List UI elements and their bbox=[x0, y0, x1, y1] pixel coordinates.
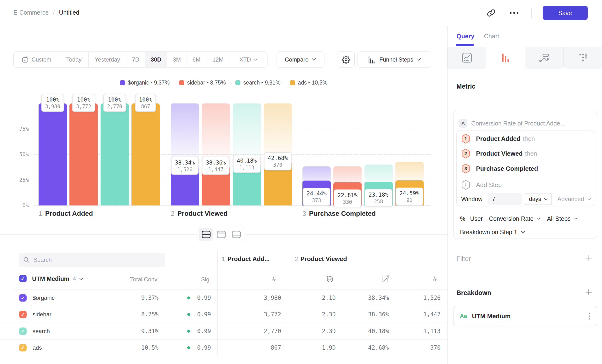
total-conversion-value: 10.5% bbox=[115, 344, 159, 351]
row-checkbox[interactable]: ✓ bbox=[19, 344, 27, 351]
measure-entity[interactable]: User bbox=[470, 215, 483, 222]
view-toggle-table-only[interactable] bbox=[229, 228, 244, 241]
bar-count: 1,113 bbox=[237, 164, 257, 171]
funnel-bar-ads-step1[interactable] bbox=[131, 103, 160, 205]
bar-count: 2,770 bbox=[107, 103, 122, 110]
step2-count: 1,526 bbox=[402, 295, 441, 301]
view-toggle-split[interactable] bbox=[199, 228, 213, 241]
y-axis-tick: 25% bbox=[9, 177, 29, 183]
step1-count: 3,980 bbox=[237, 295, 281, 301]
step2-conversion: 38.34% bbox=[350, 295, 389, 301]
conversion-window-row: Window days Advanced bbox=[457, 193, 595, 205]
row-checkbox[interactable]: ✓ bbox=[19, 327, 27, 335]
more-menu-button[interactable] bbox=[508, 10, 520, 16]
row-checkbox[interactable]: ✓ bbox=[19, 311, 27, 318]
funnel-bar-organic-step1[interactable] bbox=[39, 103, 67, 205]
add-filter-button[interactable] bbox=[585, 254, 593, 262]
funnel-chart-icon bbox=[500, 52, 511, 63]
funnel-bar-search-step1[interactable] bbox=[101, 103, 129, 205]
breakdown-on-step-select[interactable]: Breakdown on Step 1 bbox=[460, 227, 525, 237]
breadcrumb-title[interactable]: Untitled bbox=[59, 9, 79, 16]
breakdown-item-menu-button[interactable] bbox=[588, 312, 591, 320]
table-step1-header: 1Product Add... bbox=[222, 255, 270, 263]
window-unit-select[interactable]: days bbox=[525, 193, 552, 205]
step-number-hexagon: 2 bbox=[461, 149, 470, 159]
chart-type-flow[interactable] bbox=[525, 47, 564, 68]
table-row-sidebar[interactable]: ✓sidebar8.75%0.993,7722.3D38.36%1,447 bbox=[0, 306, 447, 323]
bar-value-label: 100%3,772 bbox=[72, 94, 95, 112]
window-value-input[interactable] bbox=[488, 193, 522, 205]
bar-value-label: 100%3,980 bbox=[41, 94, 64, 112]
select-all-checkbox[interactable]: ✓ bbox=[19, 275, 27, 282]
step2-avg-time: 2.1D bbox=[299, 295, 336, 301]
grid-chart-icon bbox=[577, 52, 588, 63]
bar-count: 258 bbox=[368, 199, 388, 205]
conv-rate-icon[interactable]: % bbox=[381, 275, 390, 283]
breadcrumb-project[interactable]: E-Commerce bbox=[13, 9, 49, 16]
bar-conversion-pct: 22.81% bbox=[338, 191, 357, 199]
step2-count: 1,113 bbox=[402, 328, 441, 334]
column-header-total-conv[interactable]: Total Conv. bbox=[115, 276, 159, 283]
step2-avg-time: 2.3D bbox=[299, 311, 336, 318]
funnel-chart: 0%25%50%75%100%3,980100%3,772100%2,77010… bbox=[0, 26, 447, 250]
bar-value-label: 100%2,770 bbox=[103, 94, 126, 112]
group-count: 4 bbox=[73, 275, 76, 282]
bar-value-label: 24.59%91 bbox=[396, 188, 423, 205]
significance-dot bbox=[187, 297, 190, 299]
topbar-divider bbox=[531, 8, 532, 18]
main-area: CustomTodayYesterday7D30D3M6M12MXTD Comp… bbox=[0, 26, 447, 364]
column-header-sig[interactable]: Sig. bbox=[192, 276, 211, 283]
measure-scope-select[interactable]: All Steps bbox=[547, 215, 571, 222]
funnel-bar-sidebar-step1[interactable] bbox=[69, 103, 98, 205]
chart-step-label-2: 2Product Viewed bbox=[171, 210, 227, 217]
step1-count: 2,770 bbox=[237, 328, 281, 334]
tab-query[interactable]: Query bbox=[456, 32, 474, 40]
bar-conversion-pct: 100% bbox=[139, 96, 152, 103]
significance-value: 0.99 bbox=[192, 328, 211, 334]
funnel-step-1[interactable]: 1 Product Addedthen bbox=[461, 133, 535, 144]
step-number: 1 bbox=[39, 210, 42, 217]
metric-name[interactable]: Conversion Rate of Product Adde... bbox=[471, 120, 565, 127]
bar-conversion-pct: 38.36% bbox=[206, 159, 226, 166]
measure-metric-select[interactable]: Conversion Rate bbox=[489, 215, 534, 222]
save-button[interactable]: Save bbox=[543, 6, 588, 20]
tab-chart[interactable]: Chart bbox=[484, 32, 499, 40]
y-axis-tick: 0% bbox=[9, 202, 29, 208]
chart-type-funnel[interactable] bbox=[486, 47, 525, 68]
hash-icon[interactable]: # bbox=[272, 275, 276, 283]
breakdown-section-heading: Breakdown bbox=[456, 289, 491, 297]
metric-letter-badge: A bbox=[459, 119, 467, 128]
chevron-down-icon bbox=[79, 278, 83, 280]
row-label: $organic bbox=[32, 295, 54, 301]
table-row-ads[interactable]: ✓ads10.5%0.998671.9D42.68%370 bbox=[0, 340, 447, 356]
ellipsis-icon bbox=[509, 11, 519, 14]
svg-text:%: % bbox=[387, 275, 389, 278]
bar-conversion-pct: 24.59% bbox=[399, 189, 419, 197]
search-input[interactable] bbox=[33, 257, 161, 263]
row-label: ads bbox=[32, 344, 42, 351]
advanced-toggle[interactable]: Advanced bbox=[558, 196, 591, 203]
step2-avg-time: 2.3D bbox=[299, 328, 336, 334]
breakdown-item[interactable]: Aa UTM Medium bbox=[453, 306, 597, 326]
view-toggle-chart-only[interactable] bbox=[214, 228, 228, 241]
chart-type-grid[interactable] bbox=[564, 47, 602, 68]
funnel-step-2[interactable]: 2 Product Viewedthen bbox=[461, 148, 537, 159]
bar-count: 1,526 bbox=[175, 166, 195, 173]
funnel-step-3[interactable]: 3 Purchase Completed bbox=[461, 163, 540, 174]
step2-count: 1,447 bbox=[402, 311, 441, 318]
table-row-search[interactable]: ✓search9.31%0.992,7702.3D40.18%1,113 bbox=[0, 323, 447, 340]
search-icon bbox=[23, 257, 30, 263]
link-icon bbox=[487, 9, 495, 17]
share-link-button[interactable] bbox=[485, 7, 497, 19]
group-by-header[interactable]: UTM Medium 4 bbox=[32, 275, 83, 282]
avg-time-icon[interactable] bbox=[326, 275, 334, 283]
filter-section-heading: Filter bbox=[456, 255, 471, 263]
add-breakdown-button[interactable] bbox=[585, 288, 593, 296]
chart-type-line[interactable] bbox=[448, 47, 486, 68]
add-step-button[interactable]: Add Step bbox=[461, 180, 502, 190]
hash-icon[interactable]: # bbox=[433, 275, 437, 283]
row-checkbox[interactable]: ✓ bbox=[19, 294, 27, 302]
bar-conversion-pct: 23.18% bbox=[368, 191, 388, 199]
table-row-organic[interactable]: ✓$organic9.37%0.993,9802.1D38.34%1,526 bbox=[0, 290, 447, 306]
total-conversion-value: 8.75% bbox=[115, 311, 159, 318]
